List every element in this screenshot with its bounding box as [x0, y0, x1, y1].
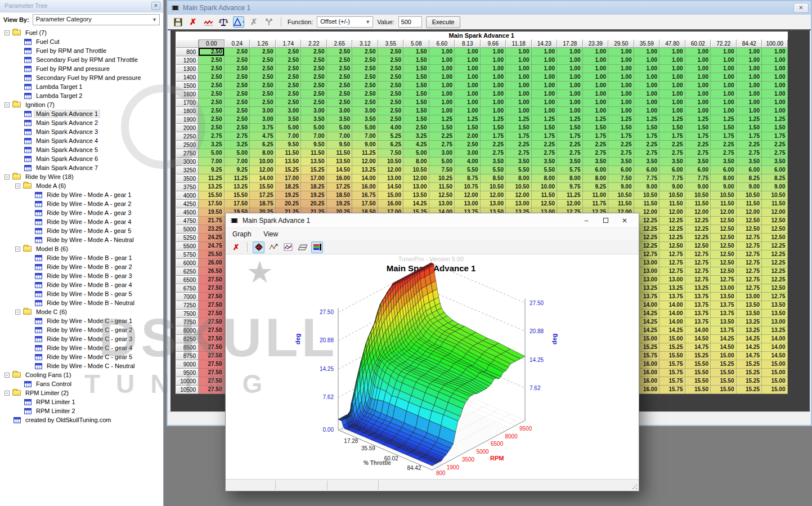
- table-cell[interactable]: 13.25: [737, 326, 762, 335]
- table-cell[interactable]: 1.00: [481, 48, 506, 56]
- table-cell[interactable]: 14.50: [685, 335, 711, 343]
- table-cell[interactable]: 13.00: [506, 200, 532, 208]
- table-cell[interactable]: 13.50: [762, 301, 788, 310]
- table-cell[interactable]: 2.50: [352, 82, 378, 90]
- table-cell[interactable]: 11.50: [685, 200, 711, 208]
- table-cell[interactable]: 1.00: [634, 98, 660, 107]
- table-cell[interactable]: 3.00: [327, 107, 353, 115]
- table-cell[interactable]: 2.50: [199, 115, 225, 124]
- expand-collapse-icon[interactable]: −: [5, 391, 10, 396]
- table-cell[interactable]: 1.00: [557, 98, 583, 107]
- table-cell[interactable]: 1.00: [481, 90, 506, 98]
- table-cell[interactable]: 13.00: [403, 183, 429, 191]
- trace-graph-icon[interactable]: [282, 241, 294, 253]
- table-cell[interactable]: 2.50: [225, 82, 250, 90]
- table-cell[interactable]: 10.00: [250, 158, 276, 166]
- table-cell[interactable]: 2.50: [301, 90, 327, 98]
- table-cell[interactable]: 1.00: [711, 107, 737, 115]
- table-cell[interactable]: 12.25: [762, 250, 788, 259]
- table-cell[interactable]: 26.50: [199, 267, 225, 276]
- table-cell[interactable]: 2.50: [250, 98, 276, 107]
- table-cell[interactable]: 2.50: [225, 48, 250, 56]
- table-cell[interactable]: 19.50: [199, 208, 225, 217]
- table-cell[interactable]: 21.75: [199, 217, 225, 225]
- table-cell[interactable]: 10.75: [455, 183, 481, 191]
- table-cell[interactable]: 7.50: [608, 174, 634, 183]
- table-cell[interactable]: 12.25: [762, 259, 788, 267]
- table-cell[interactable]: 1.00: [737, 48, 762, 56]
- table-cell[interactable]: 17.25: [327, 183, 353, 191]
- table-cell[interactable]: 14.50: [711, 343, 737, 352]
- table-cell[interactable]: 2.50: [276, 48, 302, 56]
- table-cell[interactable]: 2.75: [506, 149, 532, 158]
- table-cell[interactable]: 12.50: [762, 217, 788, 225]
- table-cell[interactable]: 12.50: [711, 234, 737, 242]
- table-cell[interactable]: 1.00: [583, 82, 609, 90]
- table-cell[interactable]: 2.50: [225, 56, 250, 65]
- table-cell[interactable]: 1.00: [737, 82, 762, 90]
- table-cell[interactable]: 1.00: [532, 90, 558, 98]
- expand-collapse-icon[interactable]: −: [15, 310, 20, 315]
- table-cell[interactable]: 1.00: [429, 98, 455, 107]
- table-cell[interactable]: 2.50: [199, 73, 225, 82]
- save-icon[interactable]: [172, 16, 183, 28]
- table-cell[interactable]: 12.25: [685, 217, 711, 225]
- table-cell[interactable]: 1.00: [608, 98, 634, 107]
- column-header[interactable]: 2.22: [301, 39, 327, 48]
- table-cell[interactable]: 1.00: [481, 82, 506, 90]
- table-cell[interactable]: 24.25: [199, 234, 225, 242]
- table-cell[interactable]: 15.25: [737, 369, 762, 377]
- table-cell[interactable]: 1.00: [711, 90, 737, 98]
- table-cell[interactable]: 3.25: [199, 141, 225, 149]
- table-cell[interactable]: 5.25: [378, 132, 404, 141]
- table-cell[interactable]: 18.75: [250, 200, 276, 208]
- table-cell[interactable]: 2.25: [737, 141, 762, 149]
- tree-item[interactable]: created by OldSkullTuning.com: [0, 415, 163, 424]
- table-cell[interactable]: 1.00: [506, 65, 532, 73]
- table-cell[interactable]: 14.50: [378, 183, 404, 191]
- table-cell[interactable]: 9.00: [608, 183, 634, 191]
- table-cell[interactable]: 13.75: [711, 326, 737, 335]
- table-cell[interactable]: 12.75: [737, 242, 762, 250]
- table-cell[interactable]: 3.00: [250, 115, 276, 124]
- table-cell[interactable]: 2.50: [378, 98, 404, 107]
- table-cell[interactable]: 15.25: [711, 360, 737, 369]
- table-cell[interactable]: 2.25: [634, 141, 660, 149]
- table-cell[interactable]: 15.50: [199, 191, 225, 200]
- table-cell[interactable]: 1.50: [557, 124, 583, 132]
- table-cell[interactable]: 11.50: [634, 200, 660, 208]
- table-cell[interactable]: 9.00: [352, 141, 378, 149]
- table-cell[interactable]: 2.25: [685, 141, 711, 149]
- table-cell[interactable]: 12.50: [762, 234, 788, 242]
- table-cell[interactable]: 1.25: [583, 115, 609, 124]
- table-cell[interactable]: 13.50: [327, 158, 353, 166]
- table-cell[interactable]: 1.00: [506, 90, 532, 98]
- column-header[interactable]: 35.59: [634, 39, 660, 48]
- table-cell[interactable]: 12.50: [711, 225, 737, 234]
- table-cell[interactable]: 1.75: [608, 132, 634, 141]
- table-cell[interactable]: 11.25: [352, 149, 378, 158]
- table-cell[interactable]: 2.50: [327, 90, 353, 98]
- table-cell[interactable]: 13.50: [711, 293, 737, 301]
- table-cell[interactable]: 5.75: [557, 166, 583, 174]
- table-cell[interactable]: 15.25: [276, 166, 302, 174]
- table-cell[interactable]: 12.25: [660, 217, 685, 225]
- table-cell[interactable]: 9.00: [660, 183, 685, 191]
- table-cell[interactable]: 2.75: [737, 149, 762, 158]
- table-cell[interactable]: 2.50: [199, 48, 225, 56]
- table-cell[interactable]: 1.00: [481, 107, 506, 115]
- table-cell[interactable]: 3.00: [352, 107, 378, 115]
- table-cell[interactable]: 9.75: [557, 183, 583, 191]
- table-cell[interactable]: 9.00: [711, 183, 737, 191]
- table-cell[interactable]: 14.25: [660, 326, 685, 335]
- table-cell[interactable]: 1.00: [532, 56, 558, 65]
- table-cell[interactable]: 2.50: [250, 73, 276, 82]
- tree-item[interactable]: −Fuel (7): [0, 28, 163, 37]
- table-cell[interactable]: 1.00: [557, 56, 583, 65]
- table-cell[interactable]: 1.25: [685, 115, 711, 124]
- row-header[interactable]: 1900: [176, 115, 199, 124]
- row-header[interactable]: 6500: [176, 276, 199, 284]
- table-cell[interactable]: 15.00: [711, 352, 737, 360]
- table-cell[interactable]: 12.75: [737, 234, 762, 242]
- table-cell[interactable]: 12.50: [429, 191, 455, 200]
